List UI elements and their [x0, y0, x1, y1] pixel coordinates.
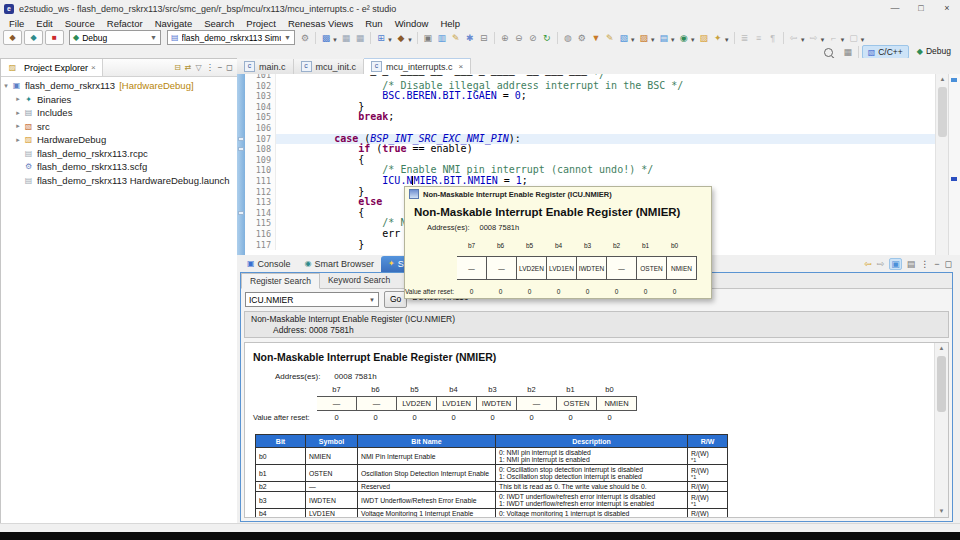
minimize-icon[interactable]: −: [934, 259, 939, 269]
chevron-down-icon[interactable]: ▼: [407, 37, 413, 43]
maximize-icon[interactable]: ◻: [945, 259, 952, 269]
debug-config-combo[interactable]: ◆Debug▼: [69, 30, 161, 45]
console-open-icon[interactable]: ▣: [421, 31, 435, 44]
mark-icon[interactable]: ≣: [738, 31, 752, 44]
next-icon[interactable]: ≡: [752, 31, 766, 44]
step-into-icon[interactable]: ⊕: [498, 31, 512, 44]
target-combo[interactable]: ▤flash_demo_rskrx113 Simul▼: [167, 30, 295, 45]
tree-item-flash-demo-rskrx113-rcpc[interactable]: ▤flash_demo_rskrx113.rcpc: [1, 147, 237, 161]
chevron-down-icon[interactable]: ▼: [840, 37, 846, 43]
chevron-right-icon[interactable]: ▸: [13, 95, 23, 103]
chevron-down-icon[interactable]: ▼: [670, 37, 676, 43]
coverage-icon[interactable]: ⚙: [575, 31, 589, 44]
tree-item-hardwaredebug[interactable]: ▸▨HardwareDebug: [1, 133, 237, 147]
save-all-icon[interactable]: ▦: [353, 31, 367, 44]
menu-edit[interactable]: Edit: [30, 18, 58, 29]
perspective-cc[interactable]: ▧C/C++: [862, 45, 909, 59]
registers-icon[interactable]: ⊟: [477, 31, 491, 44]
table-row[interactable]: b2—ReservedThis bit is read as 0. The wr…: [256, 482, 728, 492]
table-row[interactable]: b3IWDTENIWDT Underflow/Refresh Error Ena…: [256, 492, 728, 509]
chevron-down-icon[interactable]: ▼: [332, 37, 338, 43]
back-icon[interactable]: ⇦: [787, 31, 801, 44]
scroll-down-arrow-icon[interactable]: ▼: [935, 506, 948, 517]
tab-project-explorer[interactable]: ▨ Project Explorer ×: [1, 59, 103, 76]
chevron-right-icon[interactable]: ▸: [13, 136, 23, 144]
chevron-right-icon[interactable]: ▸: [13, 122, 23, 130]
tree-item-flash-demo-rskrx113-scfg[interactable]: ⚙flash_demo_rskrx113.scfg: [1, 160, 237, 174]
build-icon[interactable]: ⊞: [374, 31, 388, 44]
terminate-button[interactable]: ■: [45, 30, 64, 45]
magic-icon[interactable]: ✦: [711, 31, 725, 44]
maximize-button[interactable]: □: [908, 0, 934, 17]
last-icon[interactable]: ¶: [766, 31, 780, 44]
new-wizard-icon[interactable]: ▩: [319, 31, 333, 44]
view-menu-icon[interactable]: ⋮: [920, 259, 929, 269]
chevron-down-icon[interactable]: ▼: [630, 37, 636, 43]
maximize-icon[interactable]: ◻: [226, 63, 233, 72]
chevron-down-icon[interactable]: ▼: [387, 37, 393, 43]
tab-console[interactable]: ▣Console: [240, 256, 298, 272]
hammer-icon[interactable]: ◆: [394, 31, 408, 44]
minimize-icon[interactable]: −: [218, 63, 223, 72]
open-perspective-icon[interactable]: ▦: [841, 46, 855, 59]
tab-smart-browser[interactable]: ◉Smart Browser: [298, 256, 382, 272]
editor-vertical-scrollbar[interactable]: ▲: [935, 74, 949, 255]
scrollbar-thumb[interactable]: [938, 87, 947, 137]
chevron-down-icon[interactable]: ▼: [800, 37, 806, 43]
menu-help[interactable]: Help: [434, 18, 466, 29]
ruler-mark[interactable]: [951, 177, 957, 181]
gear-icon[interactable]: ⚙: [298, 31, 312, 44]
register-search-combo[interactable]: ICU.NMIER ▼: [245, 292, 379, 307]
overview-ruler[interactable]: [948, 74, 960, 255]
back-icon[interactable]: ⇦: [864, 259, 872, 269]
menu-navigate[interactable]: Navigate: [149, 18, 199, 29]
close-icon[interactable]: ×: [459, 62, 464, 71]
io-icon[interactable]: ✱: [463, 31, 477, 44]
scrollbar-thumb[interactable]: [937, 356, 946, 412]
menu-project[interactable]: Project: [240, 18, 282, 29]
menu-search[interactable]: Search: [198, 18, 240, 29]
tab-keyword-search[interactable]: Keyword Search: [320, 273, 398, 288]
chevron-right-icon[interactable]: ▸: [13, 109, 23, 117]
menu-window[interactable]: Window: [389, 18, 435, 29]
step-over-icon[interactable]: ⊖: [512, 31, 526, 44]
forward-icon[interactable]: ⇨: [807, 31, 821, 44]
link-editor-icon[interactable]: ⇄: [185, 63, 192, 72]
search-result-item[interactable]: Non-Maskable Interrupt Enable Register (…: [244, 311, 949, 338]
minimize-button[interactable]: —: [882, 0, 908, 17]
collapse-all-icon[interactable]: ⊟: [174, 63, 181, 72]
detail-scrollbar[interactable]: ▲ ▼: [934, 343, 948, 517]
chevron-down-icon[interactable]: ▼: [690, 37, 696, 43]
memory-icon[interactable]: ▥: [435, 31, 449, 44]
editor-tab-mcu_init-c[interactable]: cmcu_init.c: [294, 59, 365, 74]
close-icon[interactable]: ×: [91, 63, 96, 72]
trace-icon[interactable]: ✎: [449, 31, 463, 44]
tree-item-project[interactable]: ▾▣flash_demo_rskrx113[HardwareDebug]: [1, 79, 237, 93]
filter-icon[interactable]: ▽: [196, 63, 202, 72]
flash-icon[interactable]: ▼: [589, 31, 603, 44]
chevron-down-icon[interactable]: ▼: [724, 37, 730, 43]
save-icon[interactable]: ▦: [339, 31, 353, 44]
view-menu-icon[interactable]: ⋮: [206, 63, 214, 72]
table-row[interactable]: b4LVD1ENVoltage Monitoring 1 Interrupt E…: [256, 509, 728, 518]
package-icon[interactable]: ▧: [617, 31, 631, 44]
search-icon[interactable]: [824, 48, 833, 57]
tree-item-includes[interactable]: ▸▤Includes: [1, 106, 237, 120]
code-line-105[interactable]: 105 break;: [245, 112, 936, 123]
pencil-icon[interactable]: ✎: [603, 31, 617, 44]
menu-file[interactable]: File: [3, 18, 30, 29]
close-button[interactable]: ×: [934, 0, 960, 17]
menu-renesas-views[interactable]: Renesas Views: [282, 18, 359, 29]
ruler-mark[interactable]: [951, 78, 957, 82]
menu-source[interactable]: Source: [59, 18, 101, 29]
chevron-down-icon[interactable]: ▼: [820, 37, 826, 43]
tree-item-flash-demo-rskrx113-hardwaredebug-launch[interactable]: ▤flash_demo_rskrx113 HardwareDebug.launc…: [1, 174, 237, 188]
external-icon[interactable]: ▨: [637, 31, 651, 44]
tab-register-search[interactable]: Register Search: [241, 273, 320, 289]
menu-run[interactable]: Run: [359, 18, 388, 29]
step-return-icon[interactable]: ⊘: [526, 31, 540, 44]
chevron-down-icon[interactable]: ▼: [150, 34, 157, 41]
chevron-down-icon[interactable]: ▼: [859, 37, 865, 43]
link-with-editor-icon[interactable]: ▣: [889, 258, 902, 270]
forward-icon[interactable]: ⇨: [877, 259, 885, 269]
